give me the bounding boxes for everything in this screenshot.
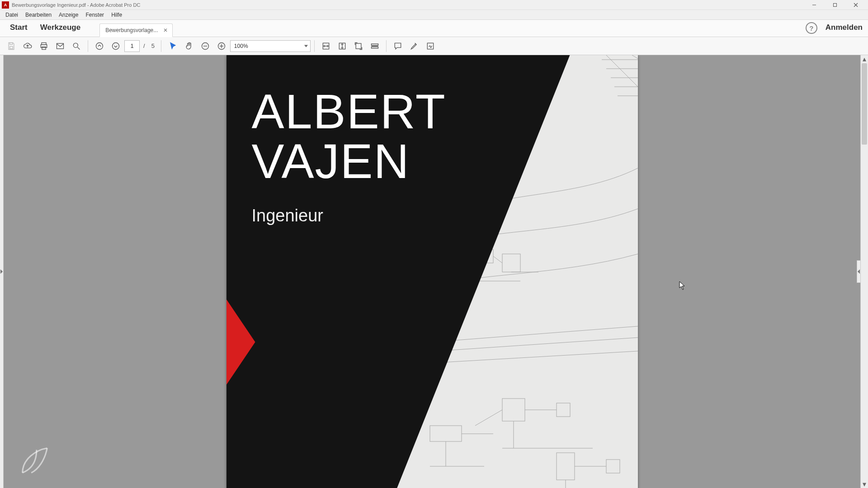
fit-visible-icon[interactable] bbox=[351, 39, 366, 53]
menu-datei[interactable]: Datei bbox=[2, 10, 22, 19]
fit-width-icon[interactable] bbox=[318, 39, 334, 53]
close-button[interactable] bbox=[845, 0, 866, 10]
menu-fenster[interactable]: Fenster bbox=[82, 10, 108, 19]
sign-icon[interactable] bbox=[423, 39, 438, 53]
tab-close-icon[interactable]: ✕ bbox=[162, 27, 169, 33]
page-down-icon[interactable] bbox=[108, 39, 123, 53]
comment-icon[interactable] bbox=[390, 39, 406, 53]
tab-start[interactable]: Start bbox=[4, 19, 34, 37]
menu-anzeige[interactable]: Anzeige bbox=[55, 10, 82, 19]
svg-rect-54 bbox=[606, 460, 620, 473]
svg-rect-1 bbox=[834, 3, 837, 6]
name-block: ALBERT VAJEN Ingenieur bbox=[252, 87, 446, 225]
svg-rect-46 bbox=[430, 426, 462, 441]
svg-rect-32 bbox=[502, 254, 520, 272]
zoom-select[interactable] bbox=[230, 40, 311, 52]
menu-bearbeiten[interactable]: Bearbeiten bbox=[22, 10, 55, 19]
left-panel-toggle[interactable] bbox=[0, 55, 4, 488]
window-title: Bewerbungsvorlage Ingenieur.pdf - Adobe … bbox=[12, 2, 140, 8]
svg-line-33 bbox=[493, 256, 502, 263]
tab-document[interactable]: Bewerbungsvorlage... ✕ bbox=[99, 23, 173, 37]
svg-point-9 bbox=[73, 43, 78, 47]
print-icon[interactable] bbox=[36, 39, 52, 53]
svg-rect-20 bbox=[356, 43, 361, 49]
name-last: VAJEN bbox=[252, 136, 446, 186]
svg-rect-7 bbox=[42, 47, 46, 49]
toolbar-separator bbox=[161, 40, 161, 52]
selection-tool-icon[interactable] bbox=[165, 39, 180, 53]
title-bar: A Bewerbungsvorlage Ingenieur.pdf - Adob… bbox=[0, 0, 868, 10]
fit-page-icon[interactable] bbox=[335, 39, 350, 53]
help-label: ? bbox=[809, 24, 813, 32]
pdf-page: ALBERT VAJEN Ingenieur bbox=[226, 55, 638, 488]
read-mode-icon[interactable] bbox=[367, 39, 382, 53]
scrollbar-thumb[interactable] bbox=[862, 63, 867, 145]
svg-rect-42 bbox=[557, 403, 570, 417]
svg-point-11 bbox=[96, 42, 103, 49]
svg-rect-4 bbox=[10, 46, 13, 48]
document-workspace: ALBERT VAJEN Ingenieur ▴ ▾ bbox=[0, 55, 868, 488]
tab-document-label: Bewerbungsvorlage... bbox=[105, 27, 158, 33]
svg-rect-21 bbox=[371, 44, 378, 45]
right-panel-toggle[interactable] bbox=[857, 260, 860, 283]
page-total: 5 bbox=[149, 42, 157, 49]
role-text: Ingenieur bbox=[252, 206, 446, 225]
search-icon[interactable] bbox=[69, 39, 84, 53]
cloud-upload-icon[interactable] bbox=[20, 39, 35, 53]
signin-link[interactable]: Anmelden bbox=[824, 19, 864, 37]
zoom-out-icon[interactable] bbox=[198, 39, 213, 53]
email-icon[interactable] bbox=[52, 39, 68, 53]
minimize-button[interactable] bbox=[804, 0, 825, 10]
name-first: ALBERT bbox=[252, 87, 446, 136]
tab-row: Start Werkzeuge Bewerbungsvorlage... ✕ ?… bbox=[0, 20, 868, 37]
toolbar-separator bbox=[386, 40, 387, 52]
menu-bar: Datei Bearbeiten Anzeige Fenster Hilfe bbox=[0, 10, 868, 20]
svg-rect-40 bbox=[502, 399, 525, 421]
help-icon[interactable]: ? bbox=[806, 22, 817, 34]
highlight-icon[interactable] bbox=[406, 39, 422, 53]
menu-hilfe[interactable]: Hilfe bbox=[108, 10, 126, 19]
hand-tool-icon[interactable] bbox=[181, 39, 197, 53]
zoom-in-icon[interactable] bbox=[214, 39, 229, 53]
page-up-icon[interactable] bbox=[92, 39, 107, 53]
page-number-input[interactable] bbox=[124, 40, 140, 52]
save-icon[interactable] bbox=[4, 39, 19, 53]
toolbar-separator bbox=[314, 40, 315, 52]
maximize-button[interactable] bbox=[825, 0, 845, 10]
scroll-down-icon[interactable]: ▾ bbox=[861, 480, 868, 488]
vertical-scrollbar[interactable]: ▴ ▾ bbox=[860, 55, 868, 488]
toolbar-separator bbox=[88, 40, 88, 52]
document-canvas[interactable]: ALBERT VAJEN Ingenieur bbox=[4, 55, 860, 488]
svg-rect-50 bbox=[557, 453, 575, 480]
svg-line-10 bbox=[78, 47, 80, 49]
svg-line-45 bbox=[475, 410, 502, 426]
watermark-logo bbox=[17, 443, 52, 480]
toolbar: / 5 bbox=[0, 37, 868, 55]
svg-point-12 bbox=[113, 42, 119, 49]
page-separator: / bbox=[141, 42, 148, 49]
app-icon: A bbox=[2, 1, 9, 9]
tab-tools[interactable]: Werkzeuge bbox=[34, 19, 87, 37]
svg-rect-22 bbox=[371, 47, 378, 48]
scroll-up-icon[interactable]: ▴ bbox=[861, 55, 868, 63]
